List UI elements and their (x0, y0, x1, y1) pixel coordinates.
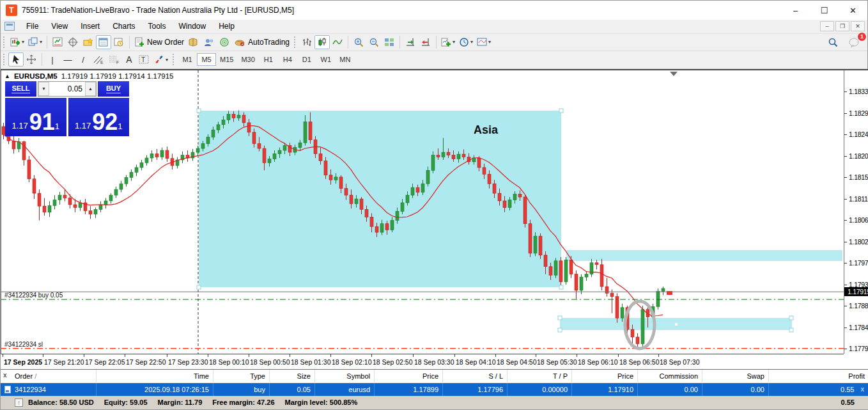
horizontal-line-tool[interactable]: — (60, 52, 75, 67)
price-axis[interactable]: 1.183351.182901.182451.182001.181551.181… (844, 70, 868, 354)
col-time[interactable]: Time (97, 370, 213, 382)
price-tick-label: 1.18020 (849, 238, 868, 246)
autotrading-button[interactable]: AutoTrading (232, 35, 291, 49)
terminal-button[interactable] (96, 35, 111, 49)
signals-icon[interactable] (217, 35, 232, 49)
child-close-button[interactable]: ✕ (851, 21, 865, 31)
line-chart-button[interactable] (330, 35, 345, 49)
svg-text:E: E (100, 60, 104, 65)
text-label-tool[interactable]: T (137, 52, 152, 67)
menu-window[interactable]: Window (173, 20, 213, 33)
child-restore-button[interactable]: ❐ (835, 21, 849, 31)
maximize-button[interactable]: ☐ (810, 1, 839, 20)
templates-button[interactable]: ▾ (475, 35, 493, 49)
navigator-button[interactable] (81, 35, 96, 49)
volume-input[interactable] (49, 82, 85, 96)
trendline-tool[interactable]: / (75, 52, 91, 67)
notifications-icon[interactable]: 1 (847, 35, 862, 49)
sell-price-display[interactable]: 1.17911 (5, 98, 66, 136)
timeframe-h1[interactable]: H1 (259, 53, 278, 66)
market-watch-button[interactable] (50, 35, 65, 49)
col-commission[interactable]: Commission (638, 370, 702, 382)
col-sl[interactable]: S / L (443, 370, 508, 382)
timeframe-m5[interactable]: M5 (197, 53, 216, 66)
periods-button[interactable]: ▾ (457, 35, 475, 49)
order-id: 34122934 (15, 386, 46, 393)
price-tick (844, 156, 847, 157)
volume-up-button[interactable]: ▲ (85, 82, 96, 96)
text-tool[interactable]: A (121, 52, 137, 67)
timeframe-m30[interactable]: M30 (237, 53, 258, 66)
timeframe-mn[interactable]: MN (336, 53, 355, 66)
col-swap[interactable]: Swap (702, 370, 769, 382)
sell-button[interactable]: SELL (5, 81, 36, 97)
profiles-button[interactable]: ▾ (26, 35, 44, 49)
svg-text:F: F (116, 60, 119, 65)
col-type[interactable]: Type (213, 370, 270, 382)
col-order[interactable]: Order / (1, 370, 97, 382)
timeframe-m15[interactable]: M15 (216, 53, 237, 66)
quote-header: ▲ EURUSD,M5 1.17919 1.17919 1.17914 1.17… (4, 72, 174, 80)
metaeditor-icon[interactable] (186, 35, 201, 49)
chart-shift-button[interactable] (418, 35, 433, 49)
tile-windows-button[interactable] (382, 35, 397, 49)
community-icon[interactable] (201, 35, 217, 49)
time-tick (371, 354, 372, 357)
toolbar-grip[interactable] (3, 36, 6, 48)
search-icon[interactable] (825, 35, 841, 49)
indicators-button[interactable]: ▾ (439, 35, 457, 49)
toolbar-grip[interactable] (3, 54, 6, 65)
col-tp[interactable]: T / P (508, 370, 572, 382)
col-size[interactable]: Size (270, 370, 315, 382)
new-order-button[interactable]: New Order (132, 35, 186, 49)
order-commission: 0.00 (638, 383, 702, 396)
menu-file[interactable]: File (20, 20, 45, 33)
arrows-tool[interactable]: ▾ (152, 52, 170, 67)
candlestick-button[interactable] (314, 35, 330, 49)
col-price-current[interactable]: Price (572, 370, 638, 382)
zoom-out-button[interactable] (366, 35, 382, 49)
chart-window-icon (4, 22, 15, 31)
menu-charts[interactable]: Charts (106, 20, 141, 33)
time-tick (3, 354, 3, 357)
timeframe-m1[interactable]: M1 (178, 53, 197, 66)
crosshair-tool[interactable] (24, 52, 39, 67)
price-tick-label: 1.18155 (849, 173, 868, 181)
menu-insert[interactable]: Insert (74, 20, 106, 33)
col-symbol[interactable]: Symbol (315, 370, 375, 382)
strategy-tester-button[interactable] (111, 35, 127, 49)
vertical-line-tool[interactable]: | (45, 52, 60, 67)
minimize-button[interactable]: – (781, 1, 810, 20)
toolbar-grip[interactable] (173, 54, 176, 65)
data-window-icon[interactable] (65, 35, 81, 49)
collapse-panel-icon[interactable]: ▲ (4, 73, 10, 79)
bar-chart-button[interactable] (299, 35, 314, 49)
menu-view[interactable]: View (45, 20, 74, 33)
menu-tools[interactable]: Tools (142, 20, 173, 33)
toolbar-grip[interactable] (294, 36, 297, 48)
col-price-open[interactable]: Price (375, 370, 443, 382)
menu-help[interactable]: Help (212, 20, 241, 33)
auto-scroll-button[interactable] (403, 35, 418, 49)
ohlc-values: 1.17919 1.17919 1.17914 1.17915 (61, 72, 174, 80)
close-order-button[interactable]: x (860, 386, 864, 393)
timeframe-h4[interactable]: H4 (278, 53, 297, 66)
fibonacci-tool[interactable]: F (106, 52, 121, 67)
open-order-row[interactable]: 34122934 2025.09.18 07:26:15 buy 0.05 eu… (1, 383, 868, 396)
buy-price-display[interactable]: 1.17921 (68, 98, 130, 136)
zoom-in-button[interactable] (351, 35, 366, 49)
child-minimize-button[interactable]: – (820, 21, 834, 31)
volume-down-button[interactable]: ▼ (38, 82, 49, 96)
buy-button[interactable]: BUY (98, 81, 129, 97)
cursor-tool[interactable] (8, 52, 24, 67)
order-time: 2025.09.18 07:26:15 (97, 383, 213, 396)
close-button[interactable]: ✕ (839, 1, 867, 20)
time-tick (167, 354, 167, 357)
new-chart-button[interactable]: ▾ (8, 35, 26, 49)
timeframe-d1[interactable]: D1 (297, 53, 316, 66)
equidistant-channel-tool[interactable]: E (91, 52, 106, 67)
price-tick-label: 1.17885 (849, 302, 868, 310)
timeframe-w1[interactable]: W1 (316, 53, 336, 66)
col-profit[interactable]: Profit (769, 370, 868, 382)
terminal-close-button[interactable]: x (3, 372, 7, 379)
